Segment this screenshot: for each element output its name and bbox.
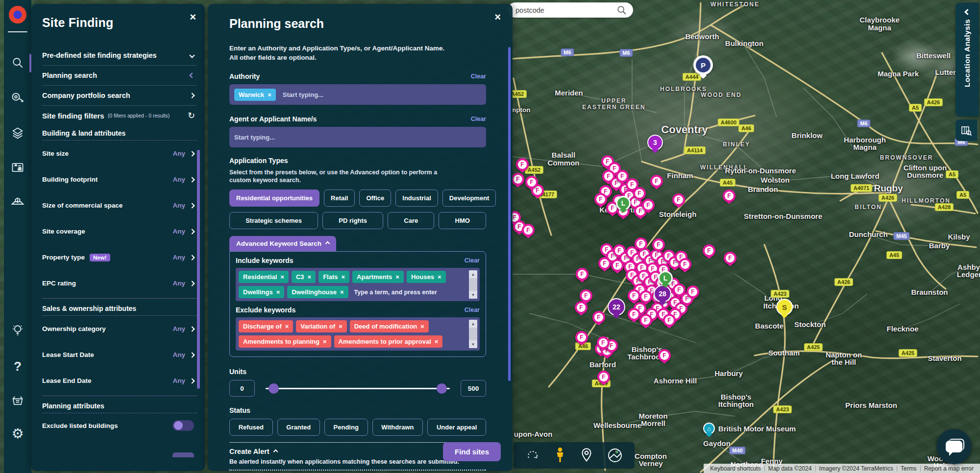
planning-application-pin[interactable]: F — [575, 301, 588, 314]
planning-application-pin[interactable]: F — [686, 285, 699, 298]
keyword-chip[interactable]: C3× — [292, 271, 316, 283]
status-refused[interactable]: Refused — [229, 419, 273, 436]
planning-application-pin[interactable]: F — [723, 189, 735, 202]
planning-application-pin[interactable]: F — [672, 193, 685, 206]
location-pin-icon[interactable] — [580, 448, 593, 463]
chat-widget-button[interactable] — [936, 429, 972, 464]
remove-chip-icon[interactable]: × — [420, 323, 424, 330]
location-analysis-map-icon-button[interactable] — [956, 119, 977, 141]
remove-chip-icon[interactable]: × — [268, 91, 271, 98]
filter-row-size-of-commercial-space[interactable]: Size of commercial spaceAny — [42, 192, 197, 218]
agent-clear-link[interactable]: Clear — [471, 116, 486, 122]
status-granted[interactable]: Granted — [277, 419, 320, 436]
rotate-icon[interactable] — [525, 448, 540, 463]
map-marker-l[interactable]: L — [616, 196, 631, 211]
planning-application-pin[interactable]: F — [597, 336, 610, 349]
planning-application-pin[interactable]: F — [639, 314, 652, 327]
scroll-up-icon[interactable]: ▲ — [469, 270, 477, 278]
planning-application-pin[interactable]: F — [516, 158, 529, 171]
pegman-icon[interactable] — [554, 447, 566, 464]
remove-chip-icon[interactable]: × — [395, 273, 399, 281]
planning-application-pin[interactable]: F — [575, 331, 588, 344]
remove-chip-icon[interactable]: × — [308, 273, 312, 281]
status-under-appeal[interactable]: Under appeal — [427, 419, 486, 436]
google-maps-icon[interactable] — [607, 448, 623, 463]
planning-application-pin[interactable]: F — [512, 173, 524, 186]
planning-application-pin[interactable]: F — [576, 268, 588, 281]
planning-application-pin[interactable]: F — [650, 175, 663, 188]
include-keywords-input[interactable]: Residential×C3×Flats×Apartments×Houses×D… — [236, 268, 480, 301]
help-icon[interactable]: ? — [4, 355, 31, 377]
filter-row-lease-end-date[interactable]: Lease End DateAny — [42, 368, 197, 394]
include-keywords-clear-link[interactable]: Clear — [465, 257, 480, 264]
search-icon[interactable] — [616, 5, 627, 16]
keyword-chip[interactable]: Amendments to prior approval× — [334, 335, 443, 348]
filter-row-site-size[interactable]: Site sizeAny — [42, 141, 197, 166]
basket-icon[interactable] — [4, 390, 31, 411]
planning-application-pin[interactable]: F — [594, 193, 607, 206]
preset-pd-rights[interactable]: PD rights — [322, 212, 383, 229]
keyword-scrollbar[interactable]: ▲▼ — [469, 270, 477, 299]
remove-chip-icon[interactable]: × — [342, 273, 345, 281]
keyword-scrollbar[interactable]: ▲▼ — [469, 320, 477, 348]
status-pending[interactable]: Pending — [324, 419, 368, 436]
keyword-chip[interactable]: Deed of modification× — [350, 320, 429, 332]
preset-strategic-schemes[interactable]: Strategic schemes — [229, 212, 318, 229]
sidebar-item-company-portfolio-search[interactable]: Company portfolio search — [42, 86, 197, 106]
keyword-chip[interactable]: Residential× — [239, 271, 289, 283]
attribution-item[interactable]: Report a map error — [921, 465, 977, 472]
planning-application-pin[interactable]: F — [580, 289, 592, 302]
map-marker-p[interactable]: P — [693, 55, 713, 75]
planning-application-pin[interactable]: F — [724, 252, 736, 264]
advanced-keyword-search-toggle[interactable]: Advanced Keyword Search — [229, 236, 336, 251]
filter-row-property-type[interactable]: Property typeNew!Any — [42, 244, 197, 270]
planning-application-pin[interactable]: F — [597, 371, 610, 383]
preset-residential-opportunities[interactable]: Residential opportunities — [229, 189, 319, 207]
planning-application-pin[interactable]: F — [522, 224, 535, 236]
ideas-lightbulb-icon[interactable] — [4, 319, 31, 341]
authority-chip[interactable]: Warwick× — [234, 89, 276, 101]
site-panel-scrollbar[interactable] — [197, 150, 200, 389]
find-sites-button[interactable]: Find sites — [443, 442, 501, 461]
planning-application-pin[interactable]: F — [628, 289, 640, 302]
location-analysis-tab[interactable]: Location Analysis — [956, 3, 979, 117]
slider-handle-max[interactable] — [437, 383, 447, 394]
planning-application-pin[interactable]: F — [639, 290, 652, 303]
keyword-chip[interactable]: Houses× — [407, 271, 446, 283]
planning-application-pin[interactable]: F — [525, 176, 538, 189]
authority-input[interactable]: Warwick× Start typing... — [229, 84, 486, 105]
parcels-3d-icon[interactable] — [4, 122, 31, 144]
planning-panel-scrollbar[interactable] — [508, 47, 511, 381]
slider-handle-min[interactable] — [269, 383, 279, 394]
filter-row-epc-rating[interactable]: EPC ratingAny — [42, 270, 197, 296]
remove-chip-icon[interactable]: × — [435, 338, 439, 345]
preset-hmo[interactable]: HMO — [439, 212, 486, 229]
keyword-chip[interactable]: Amendments to planning× — [239, 335, 331, 348]
planning-application-pin[interactable]: F — [635, 237, 647, 250]
close-icon[interactable]: × — [190, 12, 196, 23]
map-marker-l[interactable]: L — [658, 271, 673, 285]
toggle-switch[interactable] — [172, 420, 194, 431]
remove-chip-icon[interactable]: × — [323, 338, 327, 345]
map-marker-s[interactable]: S — [776, 299, 793, 315]
map-search-input[interactable]: postcode — [508, 2, 633, 18]
units-min-value[interactable]: 0 — [229, 380, 255, 397]
units-slider[interactable] — [266, 380, 450, 397]
filter-row-ownership-category[interactable]: Ownership categoryAny — [42, 316, 197, 342]
keyword-chip[interactable]: Discharge of× — [239, 320, 293, 332]
sidebar-search-icon[interactable] — [4, 52, 31, 73]
map-marker-count3[interactable]: 3 — [647, 135, 663, 150]
measure-tool-icon[interactable] — [4, 87, 31, 109]
exclude-keywords-clear-link[interactable]: Clear — [465, 307, 480, 313]
planning-application-pin[interactable]: F — [679, 258, 691, 271]
attribution-item[interactable]: Keyboard shortcuts — [707, 465, 764, 472]
keyword-chip[interactable]: Dwellings× — [239, 286, 284, 298]
preset-office[interactable]: Office — [359, 189, 391, 207]
planning-application-pin[interactable]: F — [628, 308, 640, 321]
property-card-icon[interactable] — [4, 157, 31, 178]
filter-row-lease-start-date[interactable]: Lease Start DateAny — [42, 342, 197, 368]
keyword-chip[interactable]: Apartments× — [352, 271, 404, 283]
close-icon[interactable]: × — [494, 12, 501, 23]
map-3d-view-icon[interactable] — [4, 191, 31, 213]
remove-chip-icon[interactable]: × — [276, 288, 280, 296]
